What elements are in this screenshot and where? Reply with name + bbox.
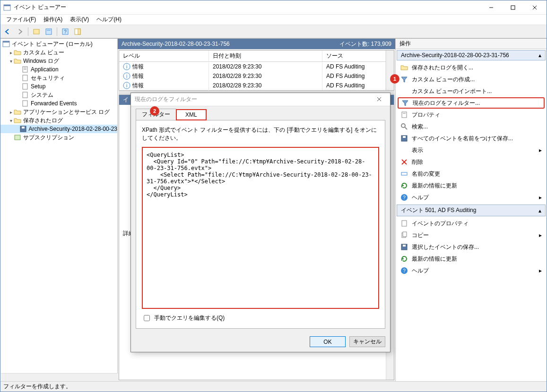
xml-instruction: XPath 形式でイベント フィルターを提供するには、下の [手動でクエリを編集…	[142, 126, 379, 142]
manual-edit-checkbox[interactable]	[144, 315, 150, 321]
action-help[interactable]: ?ヘルプ▸	[398, 192, 545, 203]
action-properties[interactable]: プロパティ	[398, 109, 545, 120]
chevron-right-icon: ▸	[539, 232, 542, 239]
center-header: Archive-Security-2018-02-28-00-23-31-756…	[118, 39, 395, 49]
action-find[interactable]: 検索...	[398, 121, 545, 132]
toolbar-separator	[57, 27, 57, 36]
log-icon	[21, 83, 29, 90]
tree-windows-logs[interactable]: ▾Windows ログ	[0, 57, 117, 65]
maximize-button[interactable]	[502, 0, 524, 15]
action-refresh[interactable]: 最新の情報に更新	[398, 180, 545, 191]
horizontal-scrollbar[interactable]	[1, 373, 118, 381]
folder-icon	[14, 117, 21, 124]
menu-file[interactable]: ファイル(F)	[2, 15, 40, 25]
help-icon: ?	[400, 267, 408, 274]
action-label: ヘルプ	[412, 194, 429, 202]
action-refresh-event[interactable]: 最新の情報に更新	[398, 253, 545, 264]
nav-back-button[interactable]	[2, 26, 13, 37]
dialog-close-button[interactable]	[372, 96, 386, 103]
col-source[interactable]: ソース	[322, 51, 386, 61]
action-group-event[interactable]: イベント 501, AD FS Auditing ▴	[397, 205, 546, 216]
refresh-icon	[400, 255, 408, 263]
annotation-badge-1: 1	[390, 74, 399, 84]
cancel-button[interactable]: キャンセル	[349, 336, 385, 347]
action-save-all-events[interactable]: すべてのイベントを名前をつけて保存...	[398, 133, 545, 144]
help-button[interactable]: ?	[60, 26, 70, 37]
ok-button[interactable]: OK	[310, 336, 346, 347]
action-label: カスタム ビューの作成...	[412, 76, 475, 84]
action-pane-button[interactable]	[72, 26, 83, 37]
action-help-event[interactable]: ?ヘルプ▸	[398, 265, 545, 276]
disk-icon	[19, 125, 27, 133]
action-label: 最新の情報に更新	[412, 255, 457, 263]
tree-saved-logs[interactable]: ▾保存されたログ	[0, 116, 117, 125]
tree-forwarded[interactable]: Forwarded Events	[0, 99, 117, 108]
xml-query-box[interactable]: <QueryList> <Query Id="0" Path="file://C…	[142, 147, 379, 309]
action-open-saved-log[interactable]: 保存されたログを開く...	[398, 62, 545, 73]
info-icon: i	[123, 82, 130, 89]
menu-action[interactable]: 操作(A)	[40, 15, 66, 25]
manual-edit-checkbox-row[interactable]: 手動でクエリを編集する(Q)	[142, 314, 379, 323]
tree-subscriptions[interactable]: サブスクリプション	[0, 133, 117, 142]
nav-tree[interactable]: イベント ビューアー (ローカル) ▸カスタム ビュー ▾Windows ログ …	[0, 39, 117, 143]
expand-icon[interactable]: ▸	[8, 110, 14, 115]
list-row[interactable]: i情報 2018/02/28 9:23:30 AD FS Auditing	[119, 62, 386, 71]
log-icon	[21, 100, 29, 107]
action-copy[interactable]: コピー▸	[398, 230, 545, 241]
tree-app-service[interactable]: ▸アプリケーションとサービス ログ	[0, 108, 117, 116]
tree-application[interactable]: Application	[0, 65, 117, 74]
save-icon	[400, 243, 408, 251]
action-delete[interactable]: 削除	[398, 156, 545, 168]
tree-root[interactable]: イベント ビューアー (ローカル)	[0, 40, 117, 48]
col-date[interactable]: 日付と時刻	[209, 51, 322, 61]
svg-rect-6	[34, 29, 39, 34]
properties-icon	[400, 220, 408, 227]
rename-icon	[400, 170, 408, 178]
properties-button[interactable]	[43, 26, 54, 37]
action-label: 検索...	[412, 123, 428, 131]
delete-icon	[400, 158, 408, 166]
action-import-custom-view[interactable]: カスタム ビューのインポート...	[398, 85, 545, 97]
svg-rect-21	[23, 101, 27, 106]
tab-xml[interactable]: XML	[176, 109, 207, 120]
chevron-right-icon: ▸	[539, 194, 542, 201]
tree-label: Forwarded Events	[31, 100, 77, 107]
close-button[interactable]	[524, 0, 546, 15]
list-row[interactable]: i情報 2018/02/28 9:23:30 AD FS Auditing	[119, 81, 386, 90]
cell-source: AD FS Auditing	[322, 81, 386, 90]
action-save-selected[interactable]: 選択したイベントの保存...	[398, 241, 545, 253]
menu-help[interactable]: ヘルプ(H)	[93, 15, 125, 25]
collapse-icon[interactable]: ▾	[8, 59, 14, 64]
dialog-tabs: フィルター XML 2	[136, 109, 385, 120]
expand-icon[interactable]: ▸	[8, 50, 14, 55]
action-view[interactable]: 表示▸	[398, 145, 545, 156]
action-group-log[interactable]: Archive-Security-2018-02-28-00-23-31-756…	[397, 50, 546, 60]
tree-security[interactable]: セキュリティ	[0, 74, 117, 82]
action-rename[interactable]: 名前の変更	[398, 168, 545, 179]
col-level[interactable]: レベル	[119, 51, 209, 61]
tree-saved-file[interactable]: Archive-Security-2018-02-28-00-23	[0, 125, 117, 133]
blank-icon	[400, 87, 408, 95]
nav-forward-button[interactable]	[15, 26, 25, 37]
tree-setup[interactable]: Setup	[0, 82, 117, 91]
menu-view[interactable]: 表示(V)	[66, 15, 93, 25]
tree-custom-views[interactable]: ▸カスタム ビュー	[0, 48, 117, 57]
dialog-title: 現在のログをフィルター	[135, 95, 197, 103]
actions-pane: 操作 Archive-Security-2018-02-28-00-23-31-…	[395, 39, 547, 381]
action-create-custom-view[interactable]: カスタム ビューの作成...	[398, 74, 545, 85]
collapse-icon[interactable]: ▴	[538, 207, 541, 214]
svg-text:?: ?	[403, 268, 406, 273]
show-hide-tree-button[interactable]	[31, 26, 42, 37]
toolbar: ?	[0, 25, 547, 38]
collapse-icon[interactable]: ▾	[8, 118, 14, 123]
vertical-scrollbar[interactable]	[386, 51, 394, 90]
blank-icon	[400, 146, 408, 154]
collapse-icon[interactable]: ▴	[538, 52, 541, 59]
list-row[interactable]: i情報 2018/02/28 9:23:30 AD FS Auditing	[119, 71, 386, 81]
tree-system[interactable]: システム	[0, 91, 117, 99]
minimize-button[interactable]	[480, 0, 502, 15]
filter-icon	[401, 99, 409, 107]
action-event-properties[interactable]: イベントのプロパティ	[398, 218, 545, 229]
tree-pane: イベント ビューアー (ローカル) ▸カスタム ビュー ▾Windows ログ …	[0, 39, 118, 381]
action-filter-current-log[interactable]: 現在のログをフィルター...	[398, 97, 545, 109]
